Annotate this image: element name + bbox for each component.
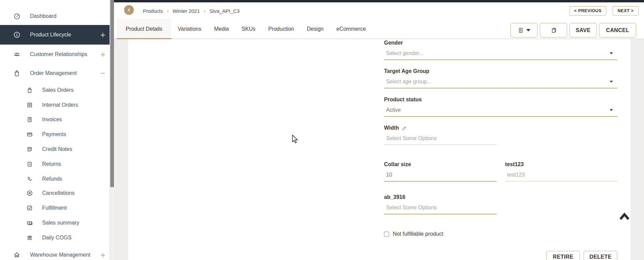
chevron-down-icon [610,109,613,111]
test123-input[interactable] [505,172,617,178]
field-label: Width [384,125,399,131]
chevron-down-icon [526,29,530,31]
top-dark-bar [114,0,644,2]
sidebar-scrollbar[interactable] [110,0,114,260]
dashboard-icon [13,12,21,20]
chevron-down-icon [610,81,613,83]
tab-variations[interactable]: Variations [171,19,208,39]
field-label: Gender [384,40,617,46]
sidebar-item-sales-orders[interactable]: Sales Orders [0,83,110,98]
bank-icon [26,234,34,242]
list-icon [26,101,34,109]
svg-text:$: $ [28,176,30,180]
copy-button[interactable] [540,23,567,37]
banknote-icon [26,219,34,227]
app-window: Dashboard Product Lifecycle + Customer R… [0,0,644,260]
field-label: test123 [505,161,617,168]
collapse-minus-icon[interactable]: − [98,69,107,78]
not-fulfillable-checkbox[interactable] [384,232,389,237]
target-age-group-select[interactable]: Select age group... [384,75,617,88]
save-button[interactable]: SAVE [569,23,597,37]
collar-size-input[interactable] [384,172,497,178]
chevron-down-icon [610,52,613,54]
breadcrumb-separator: › [167,8,169,14]
tab-product-details[interactable]: Product Details [117,19,171,39]
sidebar-item-customer-relationships[interactable]: Customer Relationships + [0,47,110,62]
field-label: Collar size [384,161,497,168]
product-status-select[interactable]: Active [384,104,617,117]
expand-plus-icon[interactable]: + [98,50,107,59]
sidebar-item-order-management[interactable]: Order Management − [0,66,110,81]
field-label: Target Age Group [384,68,617,75]
field-width: Width Select Some Options [384,125,497,145]
sidebar-item-dashboard[interactable]: Dashboard [0,9,110,24]
sidebar-item-daily-cogs[interactable]: Daily COGS [0,230,110,245]
field-gender: Gender Select gender... [384,40,617,60]
ab-3916-multiselect[interactable]: Select Some Options [384,201,497,214]
check-square-icon [26,204,34,212]
tab-bar: Product Details Variations Media SKUs Pr… [117,19,372,39]
tab-ecommerce[interactable]: eCommerce [330,19,372,39]
collar-size-field [384,168,497,182]
note-icon [26,145,34,153]
gender-select[interactable]: Select gender... [384,47,617,60]
sidebar-item-fulfillment[interactable]: Fulfillment [0,201,110,215]
field-product-status: Product status Active [384,96,617,117]
cancel-circle-icon [26,189,34,197]
tab-media[interactable]: Media [208,19,235,39]
return-box-icon [26,160,34,168]
breadcrumb-separator: › [204,8,206,14]
tab-skus[interactable]: SKUs [235,19,262,39]
breadcrumb: Products › Winter 2021 › Siva_API_C3 [143,7,240,15]
edit-pencil-icon[interactable] [402,125,407,131]
retire-button[interactable]: RETIRE [546,251,580,260]
info-icon [13,31,21,39]
sidebar-item-payments[interactable]: Payments [0,127,110,142]
chevron-left-icon [126,7,131,12]
sidebar-scrollbar-thumb[interactable] [110,0,114,187]
test123-field [505,168,617,181]
field-collar-size: Collar size [384,161,497,182]
document-icon [518,27,524,33]
field-ab-3916: ab_3916 Select Some Options [384,194,497,214]
tab-design[interactable]: Design [300,19,330,39]
field-label: ab_3916 [384,194,497,201]
credit-card-icon [26,130,34,138]
field-target-age-group: Target Age Group Select age group... [384,68,617,88]
sidebar-item-credit-notes[interactable]: Credit Notes [0,142,110,157]
copy-icon [550,27,557,34]
expand-plus-icon[interactable]: + [98,30,107,39]
home-icon [13,251,21,259]
field-not-fulfillable: Not fulfillable product [384,231,443,237]
sidebar-item-sales-summary[interactable]: Sales summary [0,215,110,230]
breadcrumb-products[interactable]: Products [143,8,163,14]
receipt-icon [26,115,34,124]
next-button[interactable]: NEXT > [613,6,639,16]
sidebar-item-product-lifecycle[interactable]: Product Lifecycle + [0,25,110,45]
expand-plus-icon[interactable]: + [98,251,107,259]
chevron-up-icon [619,212,630,222]
breadcrumb-season[interactable]: Winter 2021 [173,8,200,14]
sidebar-item-refunds[interactable]: $ Refunds [0,172,110,186]
page-header: Products › Winter 2021 › Siva_API_C3 < P… [114,2,644,39]
sidebar-item-invoices[interactable]: Invoices [0,112,110,127]
delete-button[interactable]: DELETE [584,251,617,260]
sidebar-item-internal-orders[interactable]: Internal Orders [0,98,110,112]
previous-button[interactable]: < PREVIOUS [569,6,606,16]
width-multiselect[interactable]: Select Some Options [384,132,497,145]
sidebar-item-warehouse-management[interactable]: Warehouse Management + [0,248,110,260]
document-menu-button[interactable] [510,23,537,37]
tab-production[interactable]: Production [262,19,300,39]
sidebar-item-cancellations[interactable]: Cancellations [0,186,110,201]
sidebar: Dashboard Product Lifecycle + Customer R… [0,0,110,260]
shopping-bag-icon [13,69,21,77]
back-button[interactable] [124,5,134,15]
not-fulfillable-label: Not fulfillable product [393,231,443,237]
field-test123: test123 [505,161,617,181]
scroll-to-top-button[interactable] [619,212,630,222]
cancel-button[interactable]: CANCEL [599,23,636,37]
refund-icon: $ [26,175,34,183]
field-label: Product status [384,96,617,103]
shopping-bag-icon [26,86,34,94]
sidebar-item-returns[interactable]: Returns [0,157,110,172]
